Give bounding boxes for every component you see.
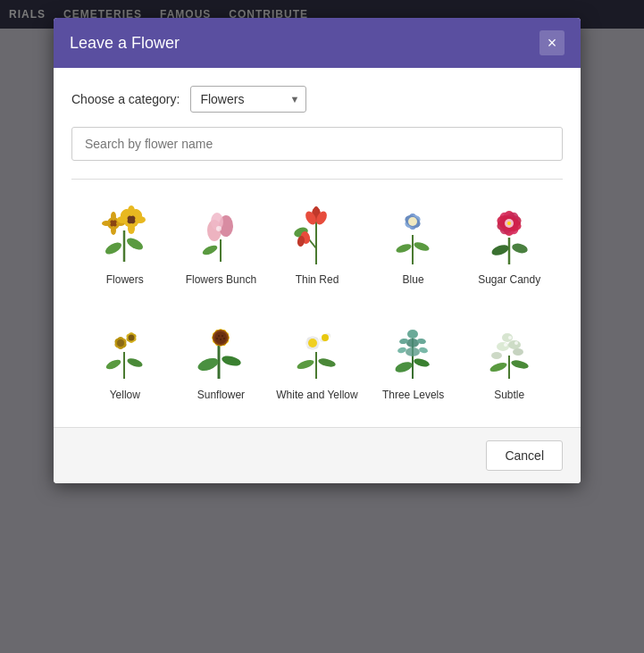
flower-icon-flowers-bunch [189,201,252,268]
flower-icon-thin-red [286,201,348,268]
svg-point-53 [105,358,122,372]
svg-point-75 [222,335,223,337]
flower-item-three-levels[interactable]: Three Levels [369,309,458,410]
flower-name-blue: Blue [403,273,424,288]
svg-point-22 [216,226,222,231]
svg-point-33 [395,242,413,255]
svg-point-77 [216,338,218,339]
flower-name-thin-red: Thin Red [296,273,339,288]
svg-point-18 [201,243,219,256]
svg-point-104 [497,342,509,351]
svg-point-96 [407,330,418,339]
svg-point-41 [408,217,417,226]
flower-name-three-levels: Three Levels [382,389,444,403]
flower-item-sugar-candy[interactable]: Sugar Candy [464,194,554,295]
svg-point-4 [110,220,117,227]
svg-point-81 [318,357,337,369]
flower-item-flowers[interactable]: Flowers [80,194,170,295]
svg-point-1 [104,239,123,256]
modal-body: Choose a category: Flowers [54,68,581,427]
flower-name-white-yellow: White and Yellow [276,389,357,403]
svg-point-102 [489,361,508,373]
flower-name-subtle: Subtle [494,389,524,403]
svg-point-74 [218,335,220,337]
svg-point-62 [129,335,135,341]
category-label: Choose a category: [71,92,180,106]
divider [71,179,563,180]
cancel-button[interactable]: Cancel [486,440,563,471]
flower-name-sunflower: Sunflower [197,389,245,403]
svg-point-86 [308,339,317,347]
flower-icon-sunflower [189,316,252,383]
modal-close-button[interactable]: × [539,30,565,55]
flower-icon-blue [382,201,445,268]
svg-point-43 [490,242,510,256]
svg-point-107 [513,348,523,356]
flower-icon-subtle [478,316,540,383]
flower-icon-sugar-candy [478,201,540,268]
svg-point-97 [397,347,406,354]
flower-name-sugar-candy: Sugar Candy [478,273,540,288]
flower-item-subtle[interactable]: Subtle [464,309,554,410]
svg-point-10 [127,215,136,224]
svg-point-73 [214,331,227,344]
svg-point-44 [511,241,529,254]
svg-point-94 [406,347,420,356]
flower-icon-white-yellow [286,316,348,383]
svg-point-34 [413,240,431,253]
modal-footer: Cancel [54,427,581,483]
flower-icon-flowers [94,201,156,268]
svg-point-2 [125,235,145,252]
flower-search-input[interactable] [71,127,563,161]
category-row: Choose a category: Flowers [71,86,563,113]
svg-point-64 [197,356,221,373]
svg-point-6 [111,226,116,235]
flower-name-flowers-bunch: Flowers Bunch [186,273,256,288]
svg-point-54 [126,356,144,369]
flower-icon-three-levels [382,316,445,383]
flowers-grid: Flowers Flowers Bunch [71,194,563,409]
svg-point-5 [111,212,116,221]
svg-point-98 [418,347,428,354]
flower-icon-yellow [94,316,156,383]
flower-item-white-yellow[interactable]: White and Yellow [272,309,362,410]
svg-point-105 [508,340,521,349]
svg-point-76 [220,339,222,340]
svg-point-7 [102,221,111,226]
svg-point-29 [314,206,319,215]
flower-name-flowers: Flowers [106,273,144,288]
svg-point-92 [394,360,414,374]
svg-point-12 [128,223,135,234]
flower-item-sunflower[interactable]: Sunflower [177,309,266,410]
flower-item-blue[interactable]: Blue [369,194,458,295]
svg-point-58 [117,339,124,347]
svg-point-108 [491,352,502,359]
flower-item-flowers-bunch[interactable]: Flowers Bunch [177,194,266,295]
category-select[interactable]: Flowers [190,86,306,113]
flower-name-yellow: Yellow [110,389,140,403]
svg-point-93 [413,357,430,368]
svg-point-90 [322,334,329,341]
svg-point-51 [507,222,511,225]
flower-item-thin-red[interactable]: Thin Red [272,194,362,295]
modal-header: Leave a Flower × [54,18,581,68]
svg-point-80 [297,358,316,371]
svg-point-78 [223,338,225,339]
svg-point-95 [406,339,419,347]
svg-point-103 [510,359,529,371]
svg-point-65 [221,354,242,367]
leave-flower-modal: Leave a Flower × Choose a category: Flow… [54,18,581,483]
flower-item-yellow[interactable]: Yellow [80,309,170,410]
modal-title: Leave a Flower [70,34,180,53]
category-select-wrapper[interactable]: Flowers [190,86,306,113]
svg-point-111 [508,336,512,339]
svg-point-110 [514,341,518,345]
svg-point-109 [504,343,507,347]
